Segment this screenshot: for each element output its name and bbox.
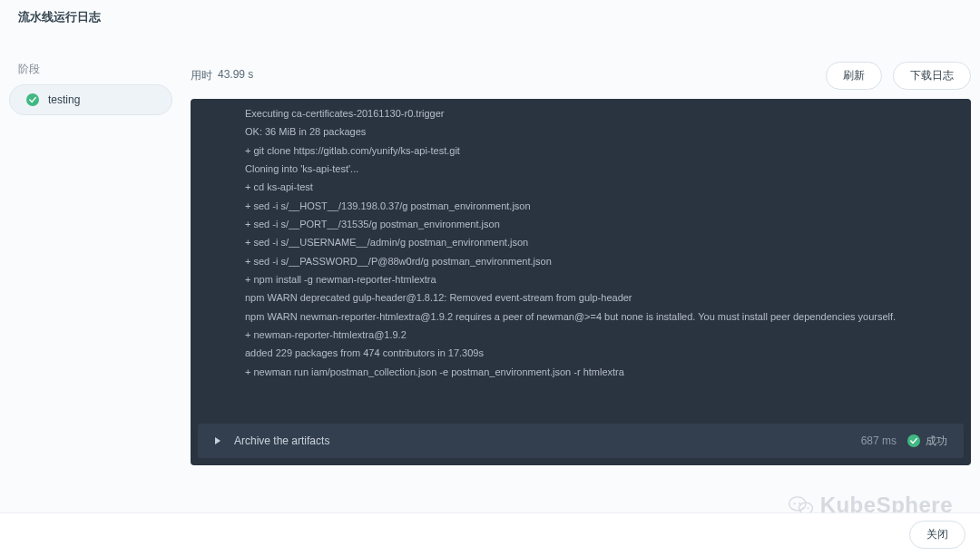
log-line: added 229 packages from 474 contributors…: [245, 344, 916, 362]
log-line: + sed -i s/__PORT__/31535/g postman_envi…: [245, 215, 916, 233]
archive-artifacts-row[interactable]: Archive the artifacts 687 ms 成功: [198, 424, 964, 458]
check-circle-icon: [26, 93, 39, 106]
refresh-button[interactable]: 刷新: [826, 62, 882, 90]
log-line: + sed -i s/__HOST__/139.198.0.37/g postm…: [245, 197, 916, 215]
stage-name: testing: [48, 93, 80, 106]
duration-value: 43.99 s: [218, 68, 253, 83]
log-line: + git clone https://gitlab.com/yunify/ks…: [245, 141, 916, 160]
log-line: + cd ks-api-test: [245, 178, 916, 196]
check-circle-icon: [907, 434, 920, 447]
svg-point-4: [802, 507, 804, 509]
log-line: + sed -i s/__USERNAME__/admin/g postman_…: [245, 233, 916, 251]
log-line: Cloning into 'ks-api-test'...: [245, 160, 916, 178]
sidebar-label: 阶段: [18, 62, 172, 77]
log-line: + newman run iam/postman_collection.json…: [245, 363, 916, 381]
stage-item-testing[interactable]: testing: [9, 84, 172, 115]
play-triangle-icon: [214, 436, 221, 445]
sidebar: 阶段 testing: [9, 34, 172, 465]
duration-label-text: 用时: [191, 68, 212, 83]
svg-point-2: [799, 502, 800, 504]
page-title: 流水线运行日志: [0, 0, 980, 34]
archive-artifacts-label: Archive the artifacts: [234, 431, 329, 451]
svg-point-0: [789, 497, 805, 511]
svg-point-5: [807, 507, 808, 509]
svg-point-1: [793, 502, 795, 504]
download-log-button[interactable]: 下载日志: [893, 62, 971, 90]
close-button[interactable]: 关闭: [909, 521, 965, 549]
duration-label: 用时 43.99 s: [191, 68, 253, 83]
log-line: + newman-reporter-htmlextra@1.9.2: [245, 326, 916, 344]
log-line: + npm install -g newman-reporter-htmlext…: [245, 270, 916, 288]
log-line: Executing ca-certificates-20161130-r0.tr…: [245, 104, 916, 122]
log-line: + sed -i s/__PASSWORD__/P@88w0rd/g postm…: [245, 252, 916, 270]
archive-artifacts-status: 成功: [926, 431, 947, 451]
log-output[interactable]: Executing ca-certificates-20161130-r0.tr…: [191, 99, 971, 424]
log-panel: Executing ca-certificates-20161130-r0.tr…: [191, 99, 971, 465]
log-line: OK: 36 MiB in 28 packages: [245, 122, 916, 141]
archive-artifacts-time: 687 ms: [861, 431, 897, 451]
log-line: npm WARN deprecated gulp-header@1.8.12: …: [245, 288, 916, 307]
footer: 关闭: [0, 512, 980, 556]
log-line: npm WARN newman-reporter-htmlextra@1.9.2…: [245, 307, 916, 326]
